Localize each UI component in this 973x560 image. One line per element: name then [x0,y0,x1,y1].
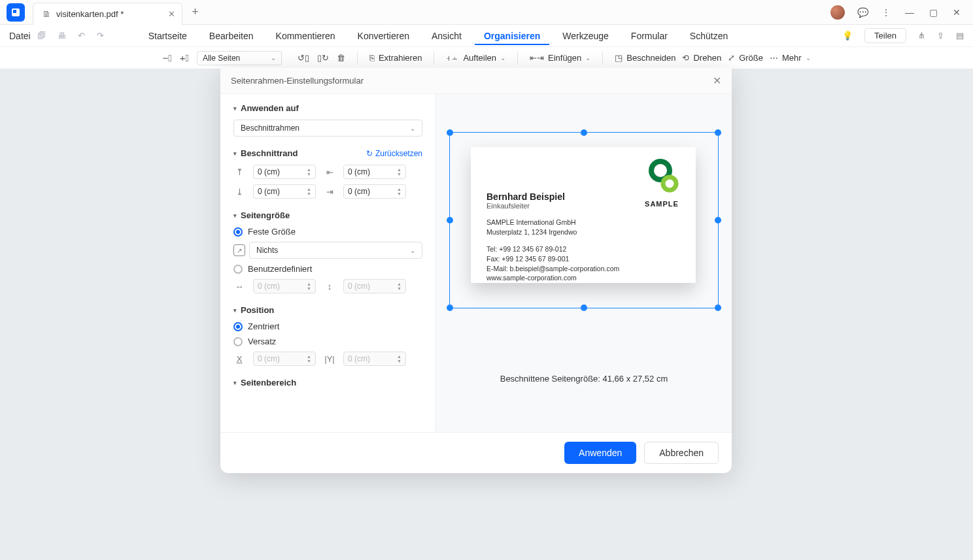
tab-konvertieren[interactable]: Konvertieren [349,27,418,45]
margin-heading[interactable]: Beschnittrand ↻ Zurücksetzen [233,148,422,158]
apply-button[interactable]: Anwenden [564,442,636,464]
crop-frame[interactable]: SAMPLE Bernhard Beispiel Einkaufsleiter … [449,132,719,308]
height-icon: ↕ [324,282,335,291]
card-company: SAMPLE International GmbH [486,218,680,227]
app-logo [7,3,25,22]
tab-formular[interactable]: Formular [622,27,677,45]
resize-handle[interactable] [715,217,721,223]
card-address: Musterplatz 1, 1234 Irgendwo [486,227,680,237]
rotate-left-button[interactable]: ↺▯ [298,53,309,63]
insert-button[interactable]: ⇤⇥Einfügen⌄ [530,53,590,63]
margin-top-icon: ⤒ [233,167,245,177]
fixed-size-dropdown[interactable]: Nichts ⌄ [249,242,422,259]
margin-right-input[interactable]: 0 (cm)▲▼ [343,184,406,199]
position-heading[interactable]: Position [233,305,422,315]
dialog-header: Seitenrahmen-Einstellungsformular ✕ [220,68,732,94]
reset-button[interactable]: ↻ Zurücksetzen [366,149,422,158]
organize-toolbar: −⃝ +⃝ Alle Seiten ⌄ ↺▯ ▯↻ 🗑 ⎘Extrahieren… [0,47,973,69]
margin-left-icon: ⇤ [324,167,335,177]
card-email: E-Mail: b.beispiel@sample-corporation.co… [486,264,680,274]
lightbulb-icon[interactable]: 💡 [842,31,853,41]
y-label: |Y| [324,354,335,364]
offset-y-input: 0 (cm)▲▼ [343,352,406,366]
user-avatar[interactable] [830,5,845,20]
maximize-icon[interactable]: ▢ [927,7,939,18]
notification-icon[interactable]: 💬 [857,7,868,18]
centered-radio[interactable]: Zentriert [233,321,422,331]
delete-page-button[interactable]: 🗑 [337,53,345,63]
extract-button[interactable]: ⎘Extrahieren [369,53,422,63]
resize-handle[interactable] [581,129,587,136]
card-web: www.sample-corporation.com [486,273,680,283]
close-window-icon[interactable]: ✕ [951,7,963,18]
apply-to-dropdown[interactable]: Beschnittrahmen ⌄ [233,120,422,137]
offset-radio[interactable]: Versatz [233,337,422,346]
chevron-down-icon: ⌄ [271,54,276,61]
apply-to-heading[interactable]: Anwenden auf [233,103,422,113]
redo-icon[interactable]: ↷ [97,31,104,41]
panel-icon[interactable]: ▤ [956,31,964,41]
file-menu[interactable]: Datei [9,31,31,41]
titlebar: 🗎 visitenkarten.pdf * ✕ + 💬 ⋮ — ▢ ✕ [0,0,973,25]
tab-bearbeiten[interactable]: Bearbeiten [200,27,263,45]
resize-handle[interactable] [715,305,721,311]
offset-x-input: 0 (cm)▲▼ [253,352,316,366]
tab-kommentieren[interactable]: Kommentieren [267,27,345,45]
margin-top-input[interactable]: 0 (cm)▲▼ [253,165,316,179]
tab-title: visitenkarten.pdf * [56,9,124,19]
page-selector-dropdown[interactable]: Alle Seiten ⌄ [197,51,282,65]
custom-size-radio[interactable]: Benutzerdefiniert [233,264,422,274]
business-card-preview: SAMPLE Bernhard Beispiel Einkaufsleiter … [471,147,696,283]
tab-schuetzen[interactable]: Schützen [681,27,737,45]
more-button[interactable]: ⋯Mehr⌄ [770,53,811,63]
resize-handle[interactable] [447,129,453,136]
new-tab-button[interactable]: + [192,5,199,19]
pagesize-heading[interactable]: Seitengröße [233,210,422,220]
x-label: X [233,354,245,364]
tab-ansicht[interactable]: Ansicht [422,27,471,45]
zoom-out-icon[interactable]: −⃝ [162,52,171,63]
preview-panel: SAMPLE Bernhard Beispiel Einkaufsleiter … [436,94,732,432]
share-nodes-icon[interactable]: ⋔ [918,31,925,41]
rotate-button[interactable]: ⟲Drehen [682,53,721,63]
document-tab[interactable]: 🗎 visitenkarten.pdf * ✕ [33,3,182,25]
cloud-upload-icon[interactable]: ⇧ [937,31,944,41]
card-fax: Fax: +99 12 345 67 89-001 [486,254,680,264]
split-button[interactable]: ⫞⫠Aufteilen⌄ [446,53,505,63]
fixed-size-radio[interactable]: Feste Größe [233,227,422,237]
tab-organisieren[interactable]: Organisieren [475,27,549,45]
crop-button[interactable]: ◳Beschneiden [615,53,675,63]
width-icon: ↔ [233,282,245,291]
margin-left-input[interactable]: 0 (cm)▲▼ [343,165,406,179]
resize-handle[interactable] [581,305,587,311]
size-button[interactable]: ⤢Größe [728,53,763,63]
page-selector-value: Alle Seiten [203,54,240,63]
margin-bottom-input[interactable]: 0 (cm)▲▼ [253,184,316,199]
tab-startseite[interactable]: Startseite [139,27,196,45]
svg-rect-1 [13,10,16,13]
custom-height-input: 0 (cm)▲▼ [343,279,406,293]
page-preset-icon: ↗ [233,244,245,256]
undo-icon[interactable]: ↶ [78,31,85,41]
settings-panel: Anwenden auf Beschnittrahmen ⌄ Beschnitt… [220,94,436,432]
pagerange-heading[interactable]: Seitenbereich [233,378,422,387]
dialog-footer: Anwenden Abbrechen [220,432,732,473]
crop-settings-dialog: Seitenrahmen-Einstellungsformular ✕ Anwe… [220,68,732,473]
menu-dots-icon[interactable]: ⋮ [880,7,892,18]
tab-werkzeuge[interactable]: Werkzeuge [553,27,618,45]
close-tab-icon[interactable]: ✕ [168,9,175,19]
zoom-in-icon[interactable]: +⃝ [180,52,189,63]
rotate-right-button[interactable]: ▯↻ [317,53,329,63]
custom-width-input: 0 (cm)▲▼ [253,279,316,293]
workspace: Seitenrahmen-Einstellungsformular ✕ Anwe… [0,69,973,560]
share-button[interactable]: Teilen [864,28,906,43]
resize-handle[interactable] [715,129,721,136]
dialog-close-icon[interactable]: ✕ [713,74,721,87]
minimize-icon[interactable]: — [904,7,915,18]
save-icon[interactable]: 🗐 [37,31,46,41]
cancel-button[interactable]: Abbrechen [644,442,719,464]
document-icon: 🗎 [43,9,51,19]
resize-handle[interactable] [447,217,453,223]
print-icon[interactable]: 🖶 [58,31,66,41]
resize-handle[interactable] [447,305,453,311]
